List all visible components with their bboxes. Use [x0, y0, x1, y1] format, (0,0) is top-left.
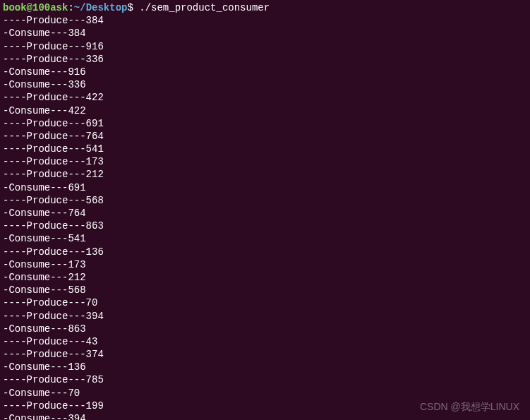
- output-line: -Consume---70: [3, 387, 527, 400]
- output-line: -Consume---916: [3, 66, 527, 78]
- output-line: -Consume---691: [3, 181, 527, 194]
- output-line: ----Produce---384: [3, 14, 527, 27]
- output-line: ----Produce---43: [3, 335, 527, 348]
- output-line: ----Produce---199: [3, 400, 527, 412]
- output-line: ----Produce---422: [3, 91, 527, 104]
- output-line: ----Produce---541: [3, 143, 527, 155]
- output-line: -Consume---764: [3, 207, 527, 220]
- output-line: ----Produce---70: [3, 296, 527, 309]
- output-line: ----Produce---374: [3, 348, 527, 361]
- output-line: ----Produce---863: [3, 220, 527, 232]
- typed-command[interactable]: ./sem_product_consumer: [133, 2, 270, 13]
- output-line: ----Produce---394: [3, 310, 527, 323]
- output-line: -Consume---336: [3, 78, 527, 91]
- output-line: -Consume---568: [3, 284, 527, 296]
- output-line: ----Produce---212: [3, 168, 527, 181]
- output-line: -Consume---136: [3, 361, 527, 373]
- terminal-prompt: book@100ask:~/Desktop$ ./sem_product_con…: [3, 1, 527, 14]
- output-line: ----Produce---336: [3, 53, 527, 66]
- output-line: -Consume---212: [3, 271, 527, 284]
- output-line: -Consume---863: [3, 323, 527, 335]
- terminal-output: ----Produce---384-Consume---384----Produ…: [3, 14, 527, 420]
- output-line: ----Produce---691: [3, 117, 527, 130]
- output-line: ----Produce---764: [3, 130, 527, 143]
- output-line: -Consume---422: [3, 104, 527, 117]
- output-line: -Consume---384: [3, 27, 527, 40]
- output-line: ----Produce---568: [3, 194, 527, 207]
- output-line: -Consume---541: [3, 232, 527, 245]
- output-line: ----Produce---785: [3, 373, 527, 386]
- output-line: ----Produce---173: [3, 155, 527, 168]
- user-host: book@100ask: [3, 2, 68, 13]
- prompt-dollar: $: [127, 2, 133, 13]
- output-line: -Consume---394: [3, 412, 527, 420]
- output-line: ----Produce---916: [3, 40, 527, 53]
- current-path: ~/Desktop: [74, 2, 128, 13]
- output-line: ----Produce---136: [3, 246, 527, 258]
- output-line: -Consume---173: [3, 258, 527, 271]
- prompt-colon: :: [68, 2, 73, 13]
